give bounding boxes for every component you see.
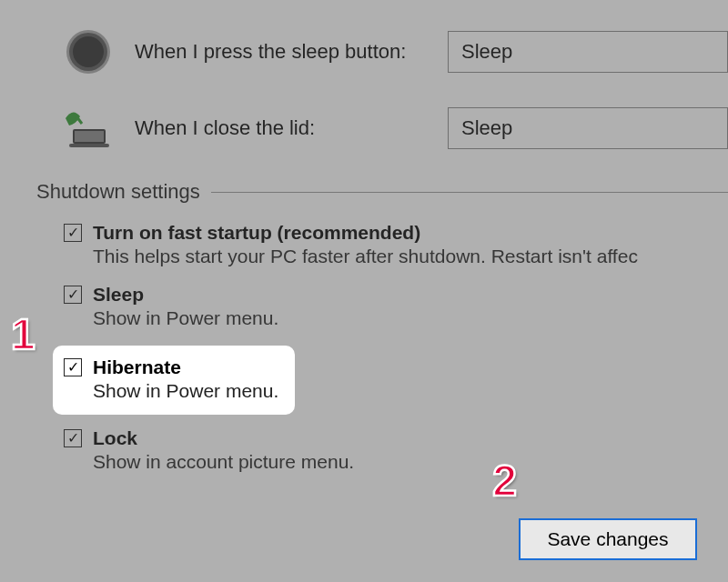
sleep-button-label: When I press the sleep button: <box>135 40 426 64</box>
svg-point-2 <box>73 36 104 67</box>
lock-checkbox[interactable]: ✓ <box>64 429 82 447</box>
close-lid-select[interactable]: Sleep <box>448 107 728 149</box>
hibernate-item: ✓ Hibernate Show in Power menu. <box>53 346 295 415</box>
close-lid-label: When I close the lid: <box>135 116 426 140</box>
fast-startup-item: ✓ Turn on fast startup (recommended) Thi… <box>64 222 728 267</box>
annotation-1: 1 <box>11 309 35 359</box>
lock-desc: Show in account picture menu. <box>93 451 728 473</box>
shutdown-settings-header: Shutdown settings <box>36 180 728 204</box>
annotation-2: 2 <box>492 456 517 506</box>
sleep-button-value: Sleep <box>461 40 512 64</box>
sleep-checkbox[interactable]: ✓ <box>64 286 82 304</box>
fast-startup-desc: This helps start your PC faster after sh… <box>93 246 728 267</box>
fast-startup-title: Turn on fast startup (recommended) <box>93 222 420 244</box>
lock-title: Lock <box>93 427 137 449</box>
shutdown-settings-list: ✓ Turn on fast startup (recommended) Thi… <box>36 222 728 473</box>
divider-line <box>211 192 728 193</box>
sleep-desc: Show in Power menu. <box>93 307 728 329</box>
hibernate-checkbox[interactable]: ✓ <box>64 358 82 376</box>
shutdown-settings-title: Shutdown settings <box>36 180 200 204</box>
close-lid-row: When I close the lid: Sleep <box>36 104 728 153</box>
sleep-button-select[interactable]: Sleep <box>448 31 728 73</box>
close-lid-value: Sleep <box>461 116 512 140</box>
save-changes-label: Save changes <box>547 528 668 550</box>
save-changes-button[interactable]: Save changes <box>519 518 697 560</box>
svg-rect-4 <box>69 144 109 147</box>
lock-item: ✓ Lock Show in account picture menu. <box>64 427 728 473</box>
sleep-button-row: When I press the sleep button: Sleep <box>36 27 728 76</box>
sleep-button-icon <box>64 27 113 76</box>
hibernate-desc: Show in Power menu. <box>93 380 278 402</box>
close-lid-icon <box>64 104 113 153</box>
hibernate-title: Hibernate <box>93 356 181 378</box>
svg-rect-5 <box>75 131 104 142</box>
sleep-item: ✓ Sleep Show in Power menu. <box>64 284 728 329</box>
sleep-title: Sleep <box>93 284 144 306</box>
fast-startup-checkbox[interactable]: ✓ <box>64 224 82 242</box>
